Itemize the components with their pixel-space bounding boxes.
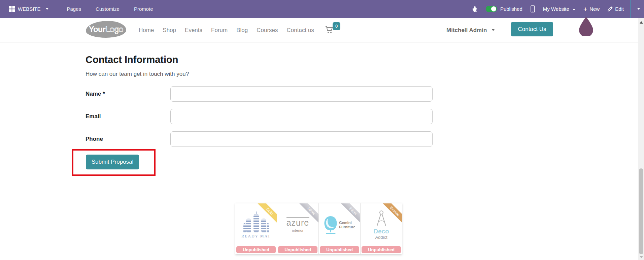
- cart-count-badge: 0: [333, 22, 340, 30]
- toggle-knob: [491, 6, 496, 11]
- partner-cards: Gold READY MAT: [235, 203, 402, 254]
- cart-button[interactable]: 0: [325, 26, 333, 34]
- partner-card-ready-mat[interactable]: Gold READY MAT: [235, 203, 277, 254]
- partner-card-deco-addict[interactable]: Bronze Deco Addict Unpublished: [361, 203, 402, 254]
- avatar[interactable]: [579, 17, 594, 36]
- unpublished-badge: Unpublished: [236, 246, 276, 253]
- scroll-down-arrow-icon[interactable]: [640, 256, 643, 258]
- published-toggle[interactable]: [486, 6, 497, 12]
- menu-promote[interactable]: Promote: [134, 6, 153, 12]
- nav-contact-us[interactable]: Contact us: [287, 27, 314, 34]
- site-nav: Home Shop Events Forum Blog Courses Cont…: [139, 18, 314, 42]
- menu-customize[interactable]: Customize: [96, 6, 120, 12]
- bug-icon[interactable]: [472, 6, 478, 12]
- unpublished-badge: Unpublished: [362, 246, 401, 253]
- name-field[interactable]: [170, 86, 433, 102]
- logo-text-your: Your: [89, 25, 105, 34]
- site-logo[interactable]: YourLogo: [86, 21, 126, 38]
- cart-icon: [325, 26, 333, 33]
- phone-field[interactable]: [170, 131, 433, 147]
- partner-name: Gemini: [339, 221, 355, 225]
- partner-tagline: — interior —: [287, 228, 308, 232]
- app-label: WEBSITE: [18, 6, 41, 12]
- vertical-scrollbar[interactable]: [638, 18, 644, 260]
- nav-shop[interactable]: Shop: [163, 27, 176, 34]
- chevron-down-icon: [573, 9, 575, 10]
- mobile-preview-icon[interactable]: [531, 5, 535, 12]
- compass-icon: [375, 210, 388, 227]
- nav-events[interactable]: Events: [185, 27, 202, 34]
- name-label: Name *: [86, 91, 105, 97]
- contact-us-button[interactable]: Contact Us: [511, 22, 553, 36]
- edit-label: Edit: [615, 6, 624, 12]
- azure-logo: azure — interior —: [277, 203, 318, 246]
- my-website-menu[interactable]: My Website: [543, 6, 575, 12]
- chevron-down-icon: [46, 8, 48, 10]
- edit-button[interactable]: Edit: [608, 6, 624, 12]
- screen: WEBSITE Pages Customize Promote Publishe…: [0, 0, 644, 260]
- gemini-logo: Gemini Furniture: [319, 203, 360, 246]
- chevron-down-icon: [637, 8, 640, 10]
- partner-name: azure: [286, 219, 309, 227]
- my-website-label: My Website: [543, 6, 569, 12]
- partner-card-azure-interior[interactable]: Silver azure — interior — Unpublished: [277, 203, 318, 254]
- skyscrapers-icon: [243, 211, 269, 233]
- backend-navbar: WEBSITE Pages Customize Promote Publishe…: [0, 0, 644, 18]
- menu-website-apps[interactable]: WEBSITE: [9, 6, 48, 12]
- chevron-down-icon: [492, 29, 495, 31]
- logo-rule: [286, 217, 309, 218]
- published-label: Published: [500, 6, 522, 12]
- user-menu-label: Mitchell Admin: [446, 27, 487, 34]
- submit-proposal-button[interactable]: Submit Proposal: [86, 155, 139, 169]
- user-menu[interactable]: Mitchell Admin: [446, 18, 495, 42]
- egg-chair-icon: [324, 216, 338, 234]
- nav-blog[interactable]: Blog: [236, 27, 248, 34]
- plus-icon: +: [583, 6, 587, 12]
- page-title: Contact Information: [86, 54, 178, 65]
- partner-name: Deco: [373, 228, 389, 234]
- nav-courses[interactable]: Courses: [257, 27, 278, 34]
- partner-name-2: Addict: [375, 235, 387, 240]
- new-label: New: [589, 6, 600, 12]
- email-label: Email: [86, 113, 101, 120]
- pencil-icon: [608, 6, 613, 11]
- unpublished-badge: Unpublished: [278, 246, 317, 253]
- phone-label: Phone: [86, 136, 103, 142]
- page-subtitle: How can our team get in touch with you?: [86, 71, 189, 77]
- logo-text-logo: Logo: [105, 25, 123, 34]
- apps-grid-icon: [9, 6, 15, 12]
- partner-name: READY MAT: [241, 234, 271, 239]
- ready-mat-logo: READY MAT: [235, 203, 277, 246]
- nav-home[interactable]: Home: [139, 27, 154, 34]
- unpublished-badge: Unpublished: [320, 246, 359, 253]
- scrollbar-thumb[interactable]: [639, 168, 643, 254]
- new-button[interactable]: + New: [583, 6, 600, 12]
- email-field[interactable]: [170, 109, 433, 124]
- partner-name-2: Furniture: [339, 225, 355, 229]
- systray-overflow-button[interactable]: [631, 0, 644, 18]
- site-header: YourLogo Home Shop Events Forum Blog Cou…: [0, 18, 638, 42]
- scroll-up-arrow-icon[interactable]: [640, 21, 643, 24]
- nav-forum[interactable]: Forum: [211, 27, 228, 34]
- menu-pages[interactable]: Pages: [67, 6, 81, 12]
- partner-card-gemini-furniture[interactable]: Silver Gemini Furniture Unpublished: [319, 203, 360, 254]
- deco-addict-logo: Deco Addict: [361, 203, 402, 246]
